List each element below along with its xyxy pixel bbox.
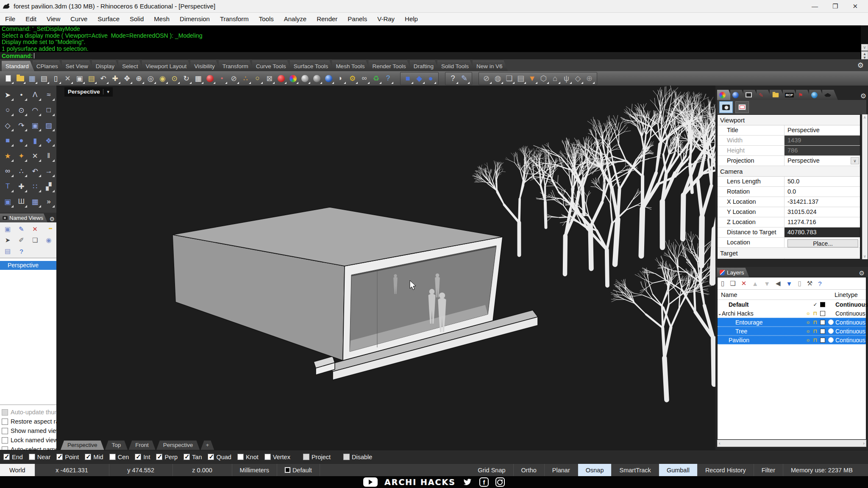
hide[interactable]: • [216, 73, 228, 84]
menu-edit[interactable]: Edit [20, 14, 42, 24]
menu-mesh[interactable]: Mesh [149, 14, 175, 24]
place-button[interactable]: Place... [787, 239, 858, 247]
vray-material[interactable]: ⬡ [538, 73, 549, 84]
expander-icon[interactable]: ⌄ [718, 311, 722, 316]
lock[interactable]: ⊠ [264, 73, 275, 84]
property-value[interactable]: 786 [785, 146, 860, 155]
handle-curve-tool[interactable]: → [43, 165, 55, 177]
command-spinner[interactable]: ▴▾ [861, 51, 868, 59]
options-gears[interactable]: ⚙ [347, 73, 358, 84]
vray-funnel[interactable]: ▼ [526, 73, 538, 84]
menu-tools[interactable]: Tools [254, 14, 279, 24]
curve-tool[interactable]: ≈ [43, 89, 55, 101]
toolbar-tab-solid-tools[interactable]: Solid Tools [437, 61, 474, 71]
scroll-down-icon[interactable]: ∨ [863, 254, 866, 258]
delete-view[interactable]: ✕ [32, 225, 38, 233]
checkbox[interactable] [85, 454, 91, 460]
point-tool[interactable]: • [15, 89, 27, 101]
toolbar-tab-cplanes[interactable]: CPlanes [33, 61, 64, 71]
box-tool[interactable]: ■ [2, 135, 14, 147]
zoom-extents[interactable]: ⊙ [169, 73, 180, 84]
cplane-button[interactable]: World [0, 464, 35, 476]
toolbar-tab-mesh-tools[interactable]: Mesh Tools [332, 61, 370, 71]
box-solid[interactable]: ■ [402, 73, 414, 84]
sphere-solid[interactable]: ● [425, 73, 437, 84]
fillet-tool[interactable]: ✦ [15, 150, 27, 162]
move-layer-down[interactable]: ▼ [764, 280, 770, 287]
dropdown-chevron-icon[interactable]: ∨ [851, 157, 859, 164]
diamond-solid[interactable]: ◆ [414, 73, 425, 84]
toolbar-tab-transform[interactable]: Transform [219, 61, 254, 71]
property-value[interactable]: 11274.716 [785, 217, 860, 227]
delete-layer[interactable]: ✕ [741, 280, 747, 287]
layer-lock-icon[interactable]: ⊓ [812, 319, 819, 325]
sync[interactable]: ♻ [370, 73, 382, 84]
block-tool[interactable]: ▣ [2, 196, 14, 208]
toolbar-tab-set-view[interactable]: Set View [62, 61, 94, 71]
checkbox[interactable] [343, 454, 350, 460]
fence-tool[interactable]: Ш [15, 196, 27, 208]
help-view[interactable]: ? [19, 248, 23, 255]
chevron-down-icon[interactable]: ▼ [106, 90, 110, 94]
add-viewport-tab[interactable]: + [200, 441, 214, 450]
copy[interactable]: ▣ [74, 73, 85, 84]
paste[interactable]: ▤ [86, 73, 97, 84]
layer-color-swatch[interactable] [820, 329, 825, 334]
trim-tool[interactable]: ✕ [29, 150, 41, 162]
vray-light[interactable]: ⌂ [549, 73, 561, 84]
osnap-point[interactable]: Point [56, 454, 79, 460]
layer-row-pavilion[interactable]: Pavilion○⊓Continuous [718, 336, 866, 344]
solid-tools[interactable]: ❖ [43, 135, 55, 147]
vray-fur[interactable]: ψ [561, 73, 572, 84]
layers-hscrollbar[interactable]: ‹› [717, 440, 866, 447]
checkbox[interactable] [109, 454, 116, 460]
menu-help[interactable]: Help [400, 14, 423, 24]
restore-button[interactable]: ❐ [832, 3, 838, 10]
vray-frame-buffer[interactable]: ❏ [504, 73, 515, 84]
named-view-item[interactable]: Perspective [0, 261, 56, 270]
cylinder-tool[interactable]: ▮ [29, 135, 41, 147]
zoom-window[interactable]: ◎ [145, 73, 156, 84]
render-color[interactable] [287, 73, 299, 84]
cut[interactable]: ✕ [62, 73, 73, 84]
layer-color-swatch[interactable] [820, 320, 825, 325]
property-value[interactable]: Perspective∨ [785, 156, 860, 166]
layer-row-archi-hacks[interactable]: ⌄Archi Hacks○⊓Continuous [718, 309, 866, 318]
copy-view[interactable]: ❏ [32, 236, 38, 244]
vray-clipper[interactable]: ◇ [572, 73, 584, 84]
checkbox[interactable] [135, 454, 141, 460]
viewport-layout[interactable]: ▦ [192, 73, 204, 84]
checkbox[interactable] [237, 454, 244, 460]
checkbox[interactable] [56, 454, 63, 460]
pan-view[interactable]: ✐ [19, 236, 24, 244]
array-tool[interactable]: ∷ [29, 180, 41, 192]
print[interactable]: ▤ [38, 73, 50, 84]
move-tool[interactable]: ✚ [15, 180, 27, 192]
layer-material-icon[interactable] [828, 328, 834, 334]
scroll-up-icon[interactable]: ∧ [863, 115, 866, 119]
layer-linetype[interactable]: Continuous [835, 328, 866, 335]
command-help[interactable]: ✎ [459, 73, 470, 84]
properties-gear-icon[interactable]: ⚙ [860, 92, 866, 100]
toolbar-gear-icon[interactable]: ⚙ [857, 61, 864, 70]
menu-render[interactable]: Render [312, 14, 342, 24]
scroll-right-icon[interactable]: › [863, 441, 865, 446]
select-view[interactable]: ➤ [5, 236, 11, 244]
toolbar-tab-surface-tools[interactable]: Surface Tools [290, 61, 334, 71]
rectangle-tool[interactable]: □ [43, 104, 55, 116]
named-car[interactable] [204, 73, 216, 84]
property-value[interactable]: -4231.807 [785, 258, 860, 259]
points-on[interactable]: ∴ [240, 73, 251, 84]
vray-target[interactable]: ⊕ [584, 73, 595, 84]
checkbox[interactable] [3, 454, 10, 460]
zoom-selected[interactable]: ◉ [157, 73, 168, 84]
split-tool[interactable]: ‖ [43, 150, 55, 162]
osnap-tan[interactable]: Tan [184, 454, 202, 460]
save[interactable]: ▦ [26, 73, 38, 84]
layer-visibility-bulb-icon[interactable]: ○ [804, 337, 812, 343]
property-value[interactable]: -31421.137 [785, 197, 860, 207]
status-toggle-planar[interactable]: Planar [545, 464, 578, 476]
viewport-tab-perspective[interactable]: Perspective [61, 441, 104, 450]
osnap-project[interactable]: Project [303, 454, 331, 460]
show[interactable]: ⊘ [228, 73, 239, 84]
